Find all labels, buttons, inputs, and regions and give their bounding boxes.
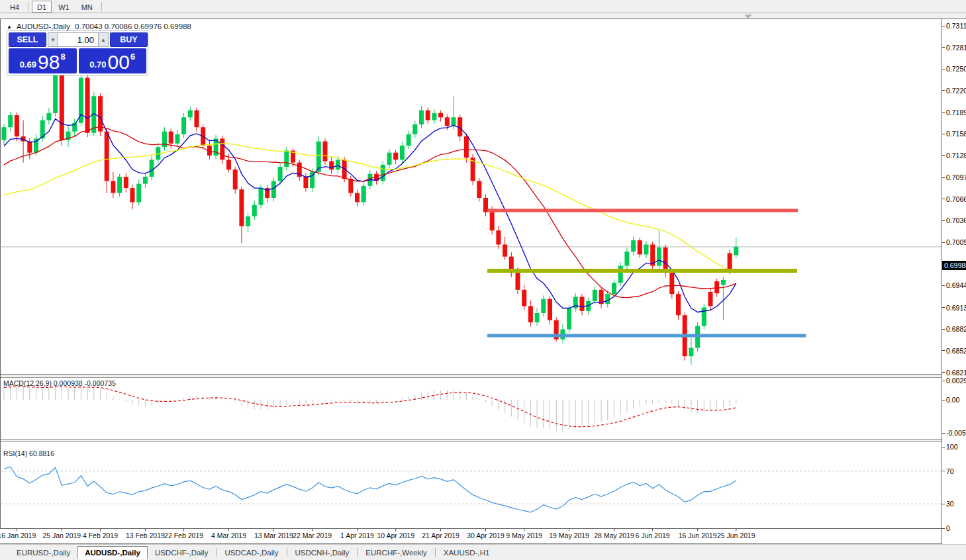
svg-text:25 Jan 2019: 25 Jan 2019 (42, 532, 81, 539)
rsi-axis-label: 0 (946, 524, 950, 532)
svg-text:6 Jun 2019: 6 Jun 2019 (636, 532, 670, 539)
axis-tick (942, 285, 945, 286)
svg-text:21 Apr 2019: 21 Apr 2019 (422, 532, 459, 539)
price-axis-label: 0.71890 (946, 109, 966, 117)
symbol-tab-bar: EURUSD-,DailyAUDUSD-,DailyUSDCHF-,DailyU… (0, 544, 966, 560)
chart-scroll-strip[interactable] (0, 14, 966, 19)
buy-price-box[interactable]: 0.70006 (79, 48, 147, 73)
axis-tick (942, 177, 945, 178)
sell-button[interactable]: SELL (9, 32, 46, 47)
axis-tick (942, 47, 945, 48)
axis-tick (942, 372, 945, 373)
axis-tick (942, 528, 945, 529)
symbol-tab-eurchf[interactable]: EURCHF-,Weekly (358, 547, 434, 559)
svg-text:16 Jan 2019: 16 Jan 2019 (0, 532, 36, 539)
svg-text:10 Apr 2019: 10 Apr 2019 (377, 532, 414, 539)
timeframe-button-d1[interactable]: D1 (32, 1, 52, 13)
sell-price-pipette: 8 (60, 52, 65, 62)
svg-text:30 Apr 2019: 30 Apr 2019 (467, 532, 505, 539)
price-axis-label: 0.70665 (946, 195, 966, 203)
volume-increase-button[interactable]: ▲ (98, 32, 109, 47)
price-axis[interactable]: 0.731150.728100.725050.722000.718900.715… (942, 19, 966, 544)
rsi-axis-label: 30 (946, 500, 954, 508)
svg-text:16 Jun 2019: 16 Jun 2019 (679, 532, 717, 539)
macd-axis-label: -0.005258 (946, 429, 966, 437)
axis-tick (942, 220, 945, 221)
axis-tick (942, 471, 945, 471)
axis-tick (942, 242, 945, 243)
price-axis-label: 0.68210 (946, 369, 966, 377)
down-arrow-icon: ▼ (50, 37, 56, 43)
up-arrow-icon: ▲ (101, 37, 106, 43)
timeframe-button-h4[interactable]: H4 (5, 1, 24, 13)
axis-tick (942, 26, 945, 26)
symbol-tab-audusd[interactable]: AUDUSD-,Daily (77, 546, 148, 559)
price-axis-label: 0.71585 (946, 130, 966, 138)
svg-text:9 May 2019: 9 May 2019 (506, 532, 542, 539)
collapse-arrow-icon[interactable]: ▲ (7, 24, 12, 30)
price-axis-label: 0.70970 (946, 173, 966, 181)
symbol-tab-usdcad[interactable]: USDCAD-,Daily (217, 547, 285, 559)
symbol-tab-usdchf[interactable]: USDCHF-,Daily (148, 547, 216, 559)
mt4-terminal: H4D1W1MN 16 Jan 201925 Jan 20194 Feb 201… (0, 0, 966, 560)
axis-tick (942, 112, 945, 113)
chart-title-symbol: AUDUSD-,Daily (17, 23, 70, 30)
axis-tick (942, 433, 945, 434)
chart-window: 16 Jan 201925 Jan 20194 Feb 201913 Feb 2… (0, 19, 966, 543)
chart-title: ▲ AUDUSD-,Daily 0.70043 0.70086 0.69976 … (7, 23, 191, 30)
timeframe-button-w1[interactable]: W1 (53, 1, 75, 13)
price-axis-label: 0.72505 (946, 65, 966, 73)
axis-tick (942, 447, 945, 447)
buy-price-prefix: 0.70 (89, 60, 106, 70)
volume-stepper: ▼ ▲ (48, 32, 109, 47)
axis-tick (942, 329, 945, 330)
axis-tick (942, 90, 945, 91)
chart-title-ohlc: 0.70043 0.70086 0.69976 0.69988 (75, 23, 191, 30)
axis-tick (942, 69, 945, 70)
price-axis-label: 0.72810 (946, 44, 966, 52)
price-axis-label: 0.68825 (946, 325, 966, 333)
one-click-trading-panel: SELL ▼ ▲ BUY 0.69988 0.70006 (7, 30, 148, 75)
current-price-tag: 0.69988 (942, 261, 966, 270)
svg-text:4 Feb 2019: 4 Feb 2019 (83, 532, 118, 539)
symbol-tab-xauusd[interactable]: XAUUSD-,H1 (436, 547, 497, 559)
svg-text:28 May 2019: 28 May 2019 (594, 532, 634, 539)
axis-tick (942, 350, 945, 351)
volume-decrease-button[interactable]: ▼ (48, 32, 58, 47)
axis-tick (942, 307, 945, 308)
svg-text:13 Mar 2019: 13 Mar 2019 (254, 532, 293, 539)
timeframe-toolbar: H4D1W1MN (0, 0, 966, 13)
rsi-axis-label: 100 (946, 443, 958, 451)
price-axis-label: 0.69130 (946, 304, 966, 312)
timeframe-button-mn[interactable]: MN (76, 1, 98, 13)
axis-tick (942, 155, 945, 156)
price-axis-label: 0.68520 (946, 347, 966, 355)
rsi-axis-label: 70 (946, 467, 954, 475)
price-axis-label: 0.69440 (946, 281, 966, 289)
symbol-tab-eurusd[interactable]: EURUSD-,Daily (9, 547, 77, 559)
symbol-tab-usdcnh[interactable]: USDCNH-,Daily (288, 547, 357, 559)
price-axis-label: 0.73115 (946, 22, 966, 30)
axis-tick (942, 199, 945, 199)
tab-separator (216, 548, 217, 557)
macd-axis-label: 0.00 (946, 396, 959, 404)
sell-price-box[interactable]: 0.69988 (9, 48, 77, 73)
axis-tick (942, 134, 945, 134)
svg-text:22 Mar 2019: 22 Mar 2019 (293, 532, 332, 539)
axis-tick (942, 400, 945, 400)
price-axis-label: 0.70360 (946, 216, 966, 224)
macd-axis-label: 0.002984 (946, 377, 966, 385)
tab-separator (435, 548, 436, 557)
svg-text:25 Jun 2019: 25 Jun 2019 (717, 532, 755, 539)
tab-separator (357, 548, 358, 557)
sell-price-big: 98 (38, 53, 60, 71)
volume-input[interactable] (58, 32, 98, 47)
buy-button[interactable]: BUY (110, 32, 148, 47)
candlestick-chart[interactable]: 16 Jan 201925 Jan 20194 Feb 201913 Feb 2… (0, 19, 942, 544)
axis-tick (942, 381, 945, 381)
svg-text:13 Feb 2019: 13 Feb 2019 (126, 532, 165, 539)
price-axis-label: 0.72200 (946, 87, 966, 95)
svg-text:1 Apr 2019: 1 Apr 2019 (340, 532, 374, 539)
svg-text:4 Mar 2019: 4 Mar 2019 (211, 532, 246, 539)
price-axis-label: 0.71280 (946, 152, 966, 160)
